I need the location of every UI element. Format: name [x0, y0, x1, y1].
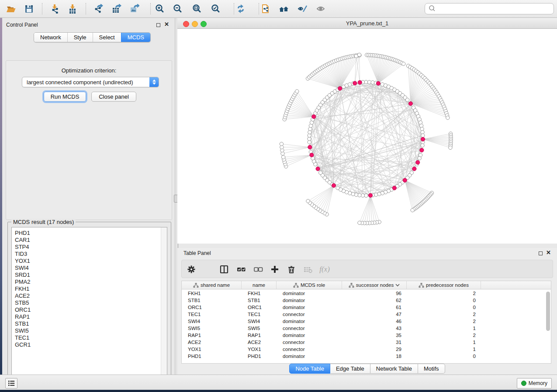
export-network-button[interactable]: [92, 3, 105, 15]
export-image-button[interactable]: [128, 3, 141, 15]
memory-button[interactable]: Memory: [517, 378, 552, 389]
mcds-node[interactable]: [408, 102, 412, 106]
open-session-button[interactable]: [4, 3, 17, 15]
run-mcds-button[interactable]: Run MCDS: [44, 92, 86, 102]
task-history-button[interactable]: [5, 378, 17, 389]
table-row[interactable]: PHD1PHD1dominator180: [182, 353, 551, 360]
zoom-in-button[interactable]: [153, 3, 166, 15]
mcds-node[interactable]: [420, 148, 424, 152]
close-panel-button[interactable]: Close panel: [91, 92, 136, 102]
import-network-button[interactable]: [48, 3, 61, 15]
refresh-button[interactable]: [234, 3, 247, 15]
mcds-node[interactable]: [403, 178, 407, 182]
mcds-node[interactable]: [353, 81, 357, 85]
table-row[interactable]: SWI5SWI5connector431: [182, 325, 551, 332]
table-row[interactable]: RAP1RAP1dominator352: [182, 332, 551, 339]
table-scrollbar-thumb[interactable]: [546, 292, 550, 331]
tab-edge-table[interactable]: Edge Table: [330, 364, 370, 374]
network-titlebar: YPA_prune.txt_1: [177, 18, 557, 29]
save-session-button[interactable]: [22, 3, 35, 15]
node-table[interactable]: shared namenameMCDS rolesuccessor nodesp…: [181, 281, 551, 364]
add-column-button[interactable]: [268, 263, 281, 275]
mcds-node-item[interactable]: STP4: [12, 244, 167, 251]
close-table-panel-icon[interactable]: ✕: [546, 251, 551, 254]
cell-successor-nodes: 43: [342, 326, 407, 331]
mcds-node-item[interactable]: SWI5: [12, 327, 167, 334]
deselect-all-button[interactable]: [252, 263, 265, 275]
mcds-node-item[interactable]: ORC1: [12, 306, 167, 313]
column-selector-button[interactable]: [218, 263, 231, 275]
select-all-checked-button[interactable]: [235, 263, 248, 275]
mcds-node[interactable]: [412, 167, 416, 171]
mcds-node[interactable]: [338, 86, 342, 90]
tab-style[interactable]: Style: [67, 33, 93, 42]
mcds-node[interactable]: [316, 167, 320, 171]
mcds-node[interactable]: [308, 145, 312, 149]
mcds-node-item[interactable]: PMA2: [12, 279, 167, 285]
mcds-node[interactable]: [416, 161, 420, 165]
table-row[interactable]: STB1STB1dominator620: [182, 297, 551, 304]
column-header[interactable]: shared name: [182, 281, 242, 289]
mcds-node-item[interactable]: STB1: [12, 320, 167, 327]
mcds-node-item[interactable]: GCR1: [12, 341, 167, 348]
column-header[interactable]: successor nodes: [342, 281, 407, 289]
mcds-node-item[interactable]: YOX1: [12, 258, 167, 265]
import-table-button[interactable]: [66, 3, 79, 15]
close-panel-icon[interactable]: ✕: [164, 22, 169, 26]
mcds-node[interactable]: [312, 115, 316, 119]
mcds-node[interactable]: [358, 80, 362, 84]
table-row[interactable]: ORC1ORC1dominator610: [182, 304, 551, 311]
table-row[interactable]: FKH1FKH1dominator962: [182, 290, 551, 297]
mcds-node-item[interactable]: SRD1: [12, 272, 167, 279]
tab-select[interactable]: Select: [93, 33, 121, 42]
optimization-criterion-select[interactable]: largest connected component (undirected): [22, 77, 159, 87]
delete-column-button[interactable]: [285, 263, 298, 275]
delete-table-disabled-button[interactable]: [301, 263, 315, 275]
cell-successor-nodes: 62: [342, 298, 407, 303]
settings-gear-button[interactable]: [185, 263, 198, 275]
tab-motifs[interactable]: Motifs: [418, 364, 445, 374]
mcds-node[interactable]: [332, 183, 336, 187]
mcds-node-item[interactable]: STB5: [12, 299, 167, 306]
mcds-node-item[interactable]: TID3: [12, 251, 167, 258]
mcds-node-item[interactable]: FKH1: [12, 285, 167, 292]
table-row[interactable]: ACE2ACE2connector311: [182, 339, 551, 346]
mcds-node[interactable]: [368, 193, 372, 197]
hide-selected-button[interactable]: [296, 3, 309, 15]
first-neighbors-button[interactable]: [277, 3, 290, 15]
mcds-result-list[interactable]: PHD1CAR1STP4TID3YOX1SWI4SRD1PMA2FKH1ACE2…: [11, 227, 167, 380]
show-all-button[interactable]: [314, 3, 327, 15]
network-canvas[interactable]: [177, 29, 557, 244]
function-builder-disabled-button[interactable]: f(x): [318, 263, 331, 275]
zoom-selected-button[interactable]: [209, 3, 222, 15]
mcds-node[interactable]: [392, 186, 396, 190]
mcds-node-item[interactable]: TEC1: [12, 334, 167, 341]
column-header[interactable]: MCDS role: [277, 281, 342, 289]
mcds-node[interactable]: [421, 137, 425, 141]
table-row[interactable]: YOX1YOX1connector291: [182, 346, 551, 353]
column-header[interactable]: name: [242, 281, 277, 289]
mcds-node-item[interactable]: ACE2: [12, 292, 167, 299]
mcds-list-scrollbar[interactable]: [161, 227, 167, 380]
tab-network-table[interactable]: Network Table: [370, 364, 418, 374]
mcds-node-item[interactable]: PHD1: [12, 230, 167, 237]
network-graph[interactable]: [177, 29, 557, 244]
mcds-node-item[interactable]: CAR1: [12, 237, 167, 244]
float-table-panel-icon[interactable]: [539, 251, 543, 257]
tab-mcds[interactable]: MCDS: [121, 33, 150, 42]
tab-node-table[interactable]: Node Table: [289, 364, 330, 374]
new-network-button[interactable]: [259, 3, 272, 15]
zoom-fit-button[interactable]: [190, 3, 203, 15]
mcds-node[interactable]: [310, 153, 314, 157]
mcds-node[interactable]: [376, 81, 380, 85]
zoom-out-button[interactable]: [171, 3, 184, 15]
column-header[interactable]: predecessor nodes: [407, 281, 481, 289]
table-row[interactable]: SWI4SWI4dominator462: [182, 318, 551, 325]
mcds-node-item[interactable]: RAP1: [12, 313, 167, 320]
mcds-node-item[interactable]: SWI4: [12, 265, 167, 272]
float-panel-icon[interactable]: [156, 22, 160, 28]
table-row[interactable]: TEC1TEC1connector472: [182, 311, 551, 318]
tab-network[interactable]: Network: [34, 33, 67, 42]
search-input[interactable]: [425, 3, 554, 14]
export-table-button[interactable]: [110, 3, 123, 15]
